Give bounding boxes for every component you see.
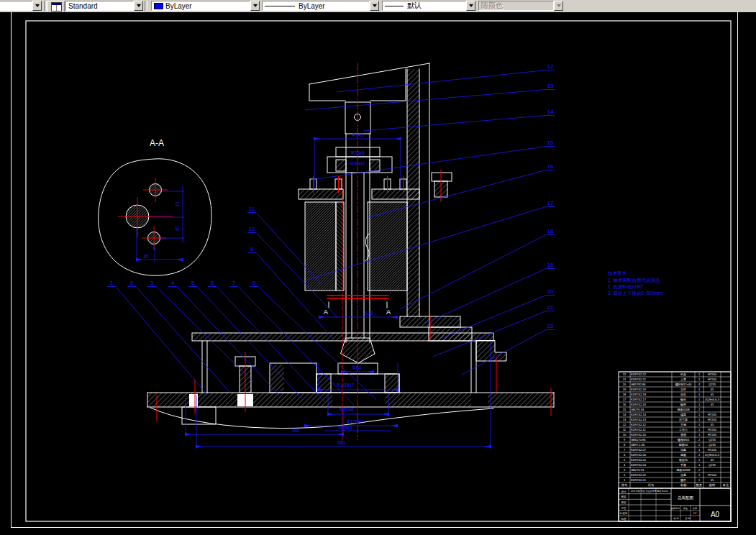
bom-header: 备注 [723,483,729,487]
bom-cell: 17 [623,398,627,401]
bom-cell: 上盖 [680,378,686,381]
bom-cell: 轴承6208 [678,408,691,411]
bom-cell: HT200 [708,428,717,431]
bom-cell: Q235 [709,383,716,386]
bom-cell: 机身 [680,372,686,376]
bom-cell: KDR742-06 [631,453,647,457]
color-combo[interactable]: ByLayer [151,1,260,11]
bom-cell: GB6170-86 [631,438,646,442]
bom-cell: Q235 [709,463,716,467]
bom-cell: HT200 [708,378,717,381]
bom-cell: GB97.1-85 [631,443,645,447]
layer-combo-arrow[interactable] [32,1,42,11]
titleblock-sig-label: 标准化 [619,511,628,515]
balloon-number: 9 [250,246,254,252]
bom-cell: 蜗轮 [680,398,686,401]
bom-cell: KDR742-13 [631,418,647,421]
notes-line: 3. 臂架上下移动0~500mm. [608,291,663,296]
bom-cell: 轴套 [680,453,686,457]
bom-cell: 14 [623,413,627,416]
bom-cell: 45 [711,478,714,482]
body-block-left [305,202,336,291]
bom-cell: 蜗杆 [680,403,686,406]
bom-cell: 压盖 [680,473,686,477]
bom-cell: KDR742-14 [631,413,647,416]
titleblock-label: 比例 [693,507,697,510]
layer-combo[interactable]: 5 [0,1,42,11]
balloon-number: 10 [249,226,255,232]
bom-cell: HT200 [708,448,717,452]
lineweight-combo[interactable]: 默认 [382,1,475,11]
bom-cell: 丝杠 [680,393,686,396]
dim-text: Φ35k6 [350,150,365,155]
titleblock-scale: 1:2 [693,512,697,515]
text-style-value[interactable]: Standard [65,1,134,11]
bom-cell: KDR742-19 [631,388,647,391]
sheet-size-label: A0 [711,511,720,518]
titleblock-sig-label: 设计 [621,490,627,493]
balloon-number: 1 [110,280,114,286]
balloon-number: 5 [191,280,195,286]
bom-cell: 16 [623,403,627,406]
bom-cell: 12 [623,423,627,426]
text-style-combo[interactable]: Standard [65,1,143,11]
dim-text: Φ64 [352,365,362,370]
body-block-right [368,202,407,291]
linetype-glyph [265,6,295,6]
cad-drawing[interactable]: A-A [0,12,756,535]
balloon-number: 20 [547,288,554,295]
titleblock-sig-label: 校核 [621,495,627,498]
bom-cell: KDR742-05 [631,458,647,462]
bom-header: 代号 [647,483,655,487]
bom-cell: KDR742-16 [631,403,647,406]
linetype-combo-arrow[interactable] [370,1,379,11]
balloon-number: 17 [547,200,554,206]
bom-cell: KDR742-18 [631,393,647,396]
drawing-name: 总装配图 [677,495,693,500]
bom-cell: Q235 [709,438,716,442]
balloon-number: 13 [547,83,554,89]
balloon-number: 7 [232,280,236,286]
bom-cell: 锥齿轮 [678,458,688,462]
balloon-number: 4 [171,280,175,286]
toolbar-separator [145,1,147,11]
layer-combo-value[interactable]: 5 [0,1,32,11]
section-letter: A [324,308,328,316]
color-combo-arrow[interactable] [250,1,260,11]
dim-text: 480 [337,440,345,445]
chevron-down-icon [469,4,473,7]
dim-text: Φ100H7 [337,383,355,388]
balloon-number: 11 [249,206,255,212]
text-style-icon [51,2,62,12]
text-style-arrow[interactable] [134,1,143,11]
balloon-number: 19 [547,262,554,268]
titleblock-label: 第 张 [686,517,691,520]
bom-cell: 垫圈16 [679,443,688,447]
bom-cell: HT200 [708,433,717,436]
bom-cell: 45 [711,393,714,396]
dim-text: 160 [292,428,300,433]
bom-cell: 端盖 [680,413,686,416]
titleblock-label: 阶段标记 [671,507,680,510]
bom-cell: HT200 [708,418,717,421]
bom-cell: KDR742-17 [631,398,647,401]
chevron-down-icon [253,4,258,7]
drawing-canvas[interactable]: A-A [0,12,756,535]
lineweight-combo-arrow[interactable] [466,1,475,11]
bom-cell: KDR742-02 [631,473,647,477]
bom-cell: 45 [711,423,714,426]
bom-cell: GB5782-86 [631,383,646,386]
text-style-button[interactable] [47,1,65,13]
section-letter: A [386,308,391,316]
linetype-combo[interactable]: ByLayer [262,1,379,11]
bom-cell: 转盘 [680,448,686,452]
dim-text: Φ35H7 [350,161,365,166]
bom-cell: 法兰盘 [679,418,688,421]
linetype-value: ByLayer [299,2,325,10]
bom-cell: 45 [711,458,714,462]
balloon-number: 16 [547,163,554,170]
bom-cell: 22 [623,372,627,376]
bom-cell: Q235 [709,443,716,447]
balloon-number: 3 [150,280,154,286]
bom-cell: HT200 [708,372,717,376]
